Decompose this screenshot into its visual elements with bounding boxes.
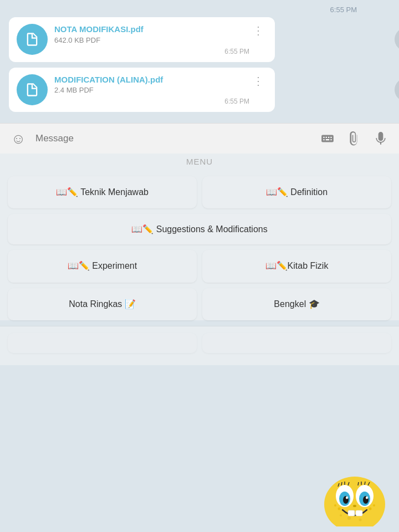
quick-reply-row-2: 📖✏️ Suggestions & Modifications <box>8 214 391 244</box>
svg-rect-0 <box>321 135 334 142</box>
file-name-1: NOTA MODIFIKASI.pdf <box>54 24 249 35</box>
svg-rect-6 <box>326 139 330 140</box>
message-input[interactable] <box>35 133 310 144</box>
svg-line-32 <box>368 482 370 485</box>
qr-teknik-menjawab[interactable]: 📖✏️ Teknik Menjawab <box>8 176 197 208</box>
file-time-2: 6:55 PM <box>54 98 249 105</box>
forward-btn-1[interactable] <box>395 28 399 51</box>
file-info-1: NOTA MODIFIKASI.pdf 642.0 KB PDF 6:55 PM <box>54 24 249 55</box>
svg-point-17 <box>353 505 356 507</box>
svg-point-21 <box>338 508 341 510</box>
qr-kitab-fizik[interactable]: 📖✏️Kitab Fizik <box>202 250 391 282</box>
svg-point-24 <box>373 504 375 507</box>
file-meta-2: 2.4 MB PDF <box>54 86 249 94</box>
emoji-icon: ☺ <box>11 130 26 147</box>
partial-row <box>0 326 399 365</box>
quick-reply-row-4: Nota Ringkas 📝 Bengkel 🎓 <box>8 288 391 320</box>
svg-line-25 <box>338 483 339 487</box>
forward-btn-2[interactable] <box>395 78 399 101</box>
qr-experiment[interactable]: 📖✏️ Experiment <box>8 250 197 282</box>
svg-line-28 <box>348 482 349 485</box>
file-icon-1 <box>17 24 48 55</box>
svg-point-14 <box>363 496 369 504</box>
top-timestamp: 6:55 PM <box>9 6 390 17</box>
svg-rect-7 <box>330 139 331 140</box>
file-message-2: MODIFICATION (ALINA).pdf 2.4 MB PDF 6:55… <box>9 68 390 112</box>
attachment-button[interactable] <box>345 129 364 148</box>
mic-button[interactable] <box>371 129 390 148</box>
file-message-1: NOTA MODIFIKASI.pdf 642.0 KB PDF 6:55 PM… <box>9 17 390 62</box>
svg-point-33 <box>347 516 351 520</box>
file-name-2: MODIFICATION (ALINA).pdf <box>54 74 249 85</box>
file-time-1: 6:55 PM <box>54 48 249 55</box>
svg-point-15 <box>346 497 348 499</box>
quick-reply-row-3: 📖✏️ Experiment 📖✏️Kitab Fizik <box>8 250 391 282</box>
svg-point-8 <box>324 477 385 526</box>
file-more-btn-1[interactable]: ⋮ <box>249 24 267 37</box>
quick-replies-area: 📖✏️ Teknik Menjawab 📖✏️ Definition 📖✏️ S… <box>0 170 399 320</box>
quick-replies-header: MENU <box>0 154 399 170</box>
svg-point-10 <box>356 485 374 507</box>
svg-rect-4 <box>330 137 331 138</box>
svg-line-31 <box>365 482 365 485</box>
svg-rect-2 <box>326 137 327 138</box>
svg-line-26 <box>341 482 342 485</box>
svg-rect-3 <box>328 137 329 138</box>
qr-nota-ringkas[interactable]: Nota Ringkas 📝 <box>8 288 197 320</box>
keyboard-button[interactable] <box>318 129 337 148</box>
quick-reply-row-1: 📖✏️ Teknik Menjawab 📖✏️ Definition <box>8 176 391 208</box>
qr-partial-left[interactable] <box>8 333 197 353</box>
file-icon-2 <box>17 74 48 105</box>
svg-point-11 <box>339 492 350 506</box>
svg-point-34 <box>359 519 362 521</box>
file-more-btn-2[interactable]: ⋮ <box>249 74 267 88</box>
svg-point-22 <box>334 504 336 507</box>
svg-rect-19 <box>356 510 362 516</box>
emoji-button[interactable]: ☺ <box>9 129 28 148</box>
qr-suggestions-modifications[interactable]: 📖✏️ Suggestions & Modifications <box>8 214 391 244</box>
qr-bengkel[interactable]: Bengkel 🎓 <box>202 288 391 320</box>
svg-point-12 <box>359 492 370 506</box>
message-bar: ☺ <box>0 123 399 154</box>
svg-line-29 <box>358 482 359 485</box>
spongebob-sticker <box>310 443 399 532</box>
file-meta-1: 642.0 KB PDF <box>54 36 249 44</box>
svg-point-23 <box>369 508 372 510</box>
svg-point-16 <box>366 497 368 499</box>
qr-partial-right[interactable] <box>202 333 391 353</box>
svg-rect-5 <box>323 139 324 140</box>
svg-rect-1 <box>323 137 324 138</box>
svg-point-35 <box>340 514 342 516</box>
qr-definition[interactable]: 📖✏️ Definition <box>202 176 391 208</box>
svg-point-13 <box>343 496 349 504</box>
svg-rect-18 <box>348 510 355 516</box>
file-info-2: MODIFICATION (ALINA).pdf 2.4 MB PDF 6:55… <box>54 74 249 106</box>
svg-point-9 <box>336 485 354 507</box>
